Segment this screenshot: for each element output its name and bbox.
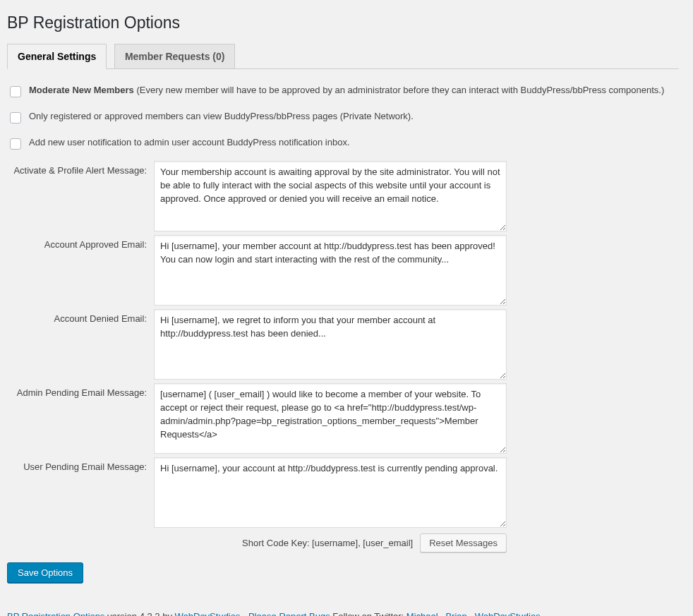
- footer-twitter-webdevstudios[interactable]: WebDevStudios: [475, 611, 541, 616]
- label-admin-pending: Admin Pending Email Message:: [7, 383, 147, 398]
- label-user-pending: User Pending Email Message:: [7, 457, 147, 472]
- label-private-network: Only registered or approved members can …: [29, 111, 414, 121]
- checkbox-moderate-new-members[interactable]: [10, 86, 21, 97]
- footer-twitter-michael[interactable]: Michael: [406, 611, 438, 616]
- textarea-activate-alert[interactable]: [154, 161, 507, 231]
- checkbox-admin-notification[interactable]: [10, 138, 21, 150]
- reset-messages-button[interactable]: Reset Messages: [420, 533, 507, 552]
- textarea-denied-email[interactable]: [154, 309, 507, 380]
- footer-twitter-brian[interactable]: Brian: [445, 611, 466, 616]
- textarea-admin-pending[interactable]: [154, 383, 507, 454]
- page-title: BP Registration Options: [7, 7, 679, 35]
- label-moderate-new-members: Moderate New Members (Every new member w…: [29, 85, 664, 95]
- label-approved-email: Account Approved Email:: [7, 235, 147, 250]
- label-activate-alert: Activate & Profile Alert Message:: [7, 161, 147, 176]
- label-denied-email: Account Denied Email:: [7, 309, 147, 324]
- short-code-key: Short Code Key: [username], [user_email]: [242, 538, 413, 548]
- save-options-button[interactable]: Save Options: [7, 562, 83, 583]
- textarea-user-pending[interactable]: [154, 457, 507, 528]
- textarea-approved-email[interactable]: [154, 235, 507, 306]
- tab-general-settings[interactable]: General Settings: [7, 44, 107, 69]
- nav-tabs: General Settings Member Requests (0): [7, 44, 679, 69]
- checkbox-private-network[interactable]: [10, 112, 21, 123]
- footer-bugs-link[interactable]: Please Report Bugs: [248, 611, 330, 616]
- footer: BP Registration Options version 4.3.2 by…: [7, 611, 679, 616]
- label-admin-notification: Add new user notification to admin user …: [29, 137, 350, 147]
- footer-author-link[interactable]: WebDevStudios: [175, 611, 241, 616]
- tab-member-requests[interactable]: Member Requests (0): [114, 44, 236, 68]
- footer-plugin-link[interactable]: BP Registration Options: [7, 611, 105, 616]
